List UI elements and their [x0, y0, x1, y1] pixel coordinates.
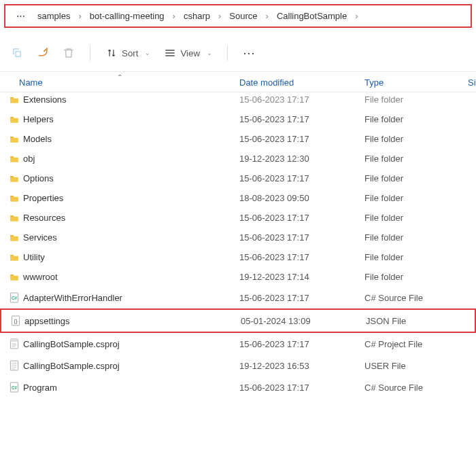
file-row[interactable]: Services15-06-2023 17:17File folder [0, 228, 476, 247]
chevron-right-icon: › [78, 11, 81, 21]
file-row[interactable]: Utility15-06-2023 17:17File folder [0, 247, 476, 267]
file-row[interactable]: CallingBotSample.csproj15-06-2023 17:17C… [0, 333, 476, 355]
file-type: JSON File [363, 316, 466, 326]
file-name: Options [19, 173, 237, 183]
file-row[interactable]: C#Program15-06-2023 17:17C# Source File [0, 376, 476, 398]
column-header-size[interactable]: Si [465, 77, 476, 88]
file-name: Resources [19, 213, 237, 223]
file-name: Models [19, 134, 237, 144]
file-row[interactable]: Options15-06-2023 17:17File folder [0, 169, 476, 188]
share-icon [37, 47, 49, 59]
file-row[interactable]: {}appsettings05-01-2024 13:09JSON File [0, 308, 476, 333]
file-icon: C# [0, 291, 19, 304]
file-icon [0, 338, 19, 350]
file-date: 15-06-2023 17:17 [237, 293, 362, 303]
file-name: Services [19, 232, 237, 243]
file-type: File folder [362, 134, 465, 144]
chevron-right-icon: › [173, 11, 175, 21]
toolbar: Sort ⌄ View ⌄ ⋯ [0, 35, 476, 72]
toolbar-divider [90, 46, 90, 60]
chevron-right-icon: › [355, 11, 358, 21]
folder-icon [0, 174, 19, 183]
file-name: Helpers [19, 114, 237, 124]
breadcrumb: ⋯ samples › bot-calling-meeting › csharp… [4, 4, 472, 28]
file-row[interactable]: Helpers15-06-2023 17:17File folder [0, 109, 476, 129]
file-date: 19-12-2023 17:14 [237, 272, 362, 282]
column-headers: ⌃ Name Date modified Type Si [0, 72, 476, 92]
column-header-type[interactable]: Type [362, 77, 465, 88]
more-icon: ⋯ [243, 46, 256, 60]
breadcrumb-more-icon[interactable]: ⋯ [11, 11, 31, 21]
file-type: USER File [362, 361, 465, 371]
sort-indicator-icon: ⌃ [117, 73, 122, 81]
folder-icon [0, 135, 19, 144]
breadcrumb-item[interactable]: CallingBotSample [270, 10, 354, 22]
folder-icon [0, 253, 19, 262]
breadcrumb-item[interactable]: bot-calling-meeting [83, 10, 171, 22]
file-row[interactable]: C#AdapterWithErrorHandler15-06-2023 17:1… [0, 287, 476, 308]
file-type: File folder [362, 213, 465, 223]
file-name: Utility [19, 252, 237, 262]
view-button[interactable]: View ⌄ [158, 43, 218, 63]
svg-text:C#: C# [12, 385, 18, 390]
file-name: Extensions [19, 94, 237, 105]
file-type: File folder [362, 154, 465, 164]
more-options-button[interactable]: ⋯ [237, 41, 262, 65]
file-type: File folder [362, 193, 465, 203]
file-type: File folder [362, 272, 465, 282]
svg-rect-0 [16, 52, 21, 57]
file-date: 15-06-2023 17:17 [237, 94, 362, 105]
file-date: 15-06-2023 17:17 [237, 339, 362, 349]
share-button[interactable] [31, 43, 54, 63]
file-date: 19-12-2023 16:53 [237, 361, 362, 371]
file-date: 15-06-2023 17:17 [237, 383, 362, 393]
toolbar-divider [227, 46, 228, 60]
file-row[interactable]: Extensions15-06-2023 17:17File folder [0, 90, 476, 109]
file-type: C# Source File [362, 293, 465, 303]
file-row[interactable]: wwwroot19-12-2023 17:14File folder [0, 267, 476, 287]
file-row[interactable]: Properties18-08-2023 09:50File folder [0, 188, 476, 208]
breadcrumb-item[interactable]: samples [31, 10, 77, 22]
view-label: View [180, 48, 200, 58]
folder-icon [0, 272, 19, 282]
file-date: 05-01-2024 13:09 [238, 316, 363, 326]
file-icon: {} [1, 315, 20, 327]
breadcrumb-item[interactable]: csharp [177, 10, 217, 22]
copy-icon [11, 47, 23, 59]
trash-icon [63, 47, 75, 59]
file-row[interactable]: Models15-06-2023 17:17File folder [0, 129, 476, 149]
file-type: File folder [362, 114, 465, 124]
file-row[interactable]: Resources15-06-2023 17:17File folder [0, 208, 476, 228]
folder-icon [0, 115, 19, 124]
file-name: AdapterWithErrorHandler [19, 293, 237, 303]
file-type: C# Project File [362, 339, 465, 349]
file-type: C# Source File [362, 383, 465, 393]
file-date: 19-12-2023 12:30 [237, 154, 362, 164]
file-row[interactable]: CallingBotSample.csproj19-12-2023 16:53U… [0, 355, 476, 376]
sort-button[interactable]: Sort ⌄ [100, 43, 156, 63]
file-type: File folder [362, 173, 465, 183]
folder-icon [0, 213, 19, 223]
file-date: 15-06-2023 17:17 [237, 173, 362, 183]
chevron-down-icon: ⌄ [145, 50, 150, 56]
file-date: 15-06-2023 17:17 [237, 134, 362, 144]
chevron-right-icon: › [218, 11, 221, 21]
chevron-down-icon: ⌄ [207, 50, 212, 56]
file-date: 15-06-2023 17:17 [237, 232, 362, 243]
column-header-date[interactable]: Date modified [237, 77, 362, 88]
folder-icon [0, 95, 19, 105]
svg-text:C#: C# [12, 296, 18, 300]
delete-button[interactable] [57, 43, 80, 63]
file-name: appsettings [20, 316, 238, 326]
copy-button[interactable] [5, 43, 29, 63]
file-name: obj [19, 154, 237, 164]
file-date: 18-08-2023 09:50 [237, 193, 362, 203]
sort-label: Sort [122, 48, 138, 58]
breadcrumb-item[interactable]: Source [222, 10, 264, 22]
file-date: 15-06-2023 17:17 [237, 252, 362, 262]
file-date: 15-06-2023 17:17 [237, 213, 362, 223]
sort-icon [105, 47, 118, 59]
file-row[interactable]: obj19-12-2023 12:30File folder [0, 149, 476, 169]
folder-icon [0, 194, 19, 203]
file-icon: C# [0, 381, 19, 393]
